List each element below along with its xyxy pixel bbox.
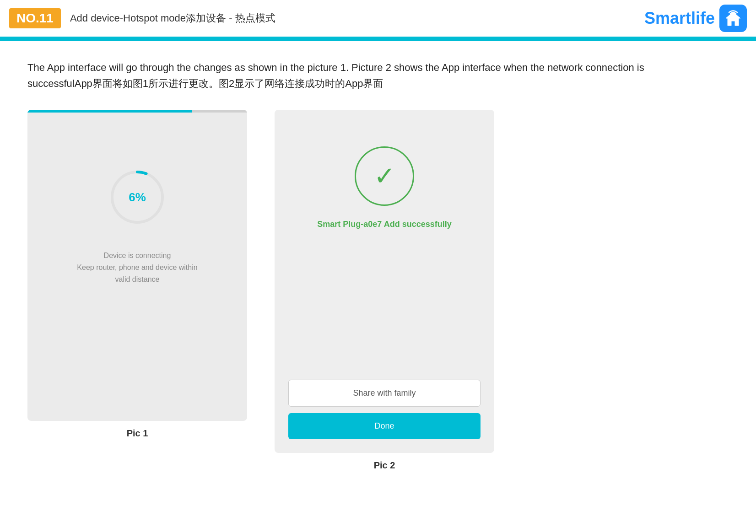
progress-percent: 6%: [129, 190, 146, 204]
no-badge: NO.11: [9, 8, 61, 28]
pic1-wrapper: 6% Device is connecting Keep router, pho…: [27, 110, 247, 439]
screen2-buttons: Share with family Done: [275, 380, 494, 439]
progress-bar-fill: [27, 110, 192, 113]
header-logo: Smartlife: [644, 5, 747, 32]
success-circle: ✓: [355, 146, 414, 206]
screen1: 6% Device is connecting Keep router, pho…: [27, 110, 247, 421]
share-with-family-button[interactable]: Share with family: [288, 380, 481, 407]
circle-progress-container: 6%: [108, 167, 167, 227]
header-left: NO.11 Add device-Hotspot mode添加设备 - 热点模式: [9, 8, 275, 28]
connecting-text: Device is connecting Keep router, phone …: [77, 250, 197, 285]
screen2: ✓ Smart Plug-a0e7 Add successfully Share…: [275, 110, 494, 453]
header-title: Add device-Hotspot mode添加设备 - 热点模式: [70, 11, 275, 25]
page-header: NO.11 Add device-Hotspot mode添加设备 - 热点模式…: [0, 0, 756, 38]
main-content: The App interface will go through the ch…: [0, 41, 756, 489]
pic1-label: Pic 1: [127, 428, 148, 439]
logo-text: Smartlife: [644, 9, 715, 28]
success-text: Smart Plug-a0e7 Add successfully: [317, 220, 451, 229]
description-text: The App interface will go through the ch…: [27, 59, 668, 91]
checkmark-icon: ✓: [374, 163, 395, 189]
pic2-wrapper: ✓ Smart Plug-a0e7 Add successfully Share…: [275, 110, 494, 471]
screenshots-container: 6% Device is connecting Keep router, pho…: [27, 110, 729, 471]
done-button[interactable]: Done: [288, 413, 481, 439]
screen2-top: ✓ Smart Plug-a0e7 Add successfully: [275, 110, 494, 380]
pic2-label: Pic 2: [374, 460, 395, 471]
smartlife-icon: [719, 5, 747, 32]
circle-progress-area: 6% Device is connecting Keep router, pho…: [77, 167, 197, 285]
progress-bar-container: [27, 110, 247, 113]
